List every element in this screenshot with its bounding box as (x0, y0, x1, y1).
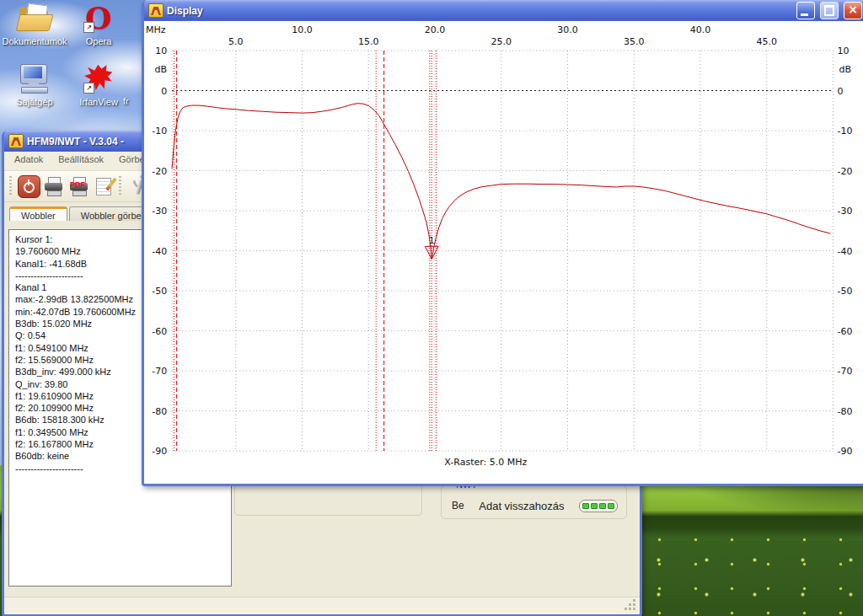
svg-text:-90: -90 (152, 446, 167, 457)
svg-text:-80: -80 (152, 406, 167, 417)
app-icon (8, 134, 24, 148)
svg-text:-80: -80 (838, 406, 853, 417)
svg-text:0: 0 (838, 86, 844, 97)
svg-text:5.0: 5.0 (228, 36, 244, 47)
be-checkbox-label[interactable]: Be (452, 500, 464, 512)
desktop-icon-sajatgep[interactable]: Sajátgép (2, 64, 67, 109)
svg-text:0: 0 (161, 86, 167, 97)
svg-text:-20: -20 (152, 166, 167, 177)
svg-text:35.0: 35.0 (624, 36, 645, 47)
shortcut-arrow-icon: ↗ (83, 83, 94, 94)
display-window: Display × 1MHz5.010.015.020.025.030.035.… (142, 0, 863, 486)
svg-text:25.0: 25.0 (491, 36, 512, 47)
print-button[interactable] (41, 174, 67, 199)
notes-edit-icon (94, 175, 115, 197)
svg-text:10.0: 10.0 (292, 24, 313, 35)
icon-label: Sajátgép (16, 97, 52, 107)
icon-label: Opera (86, 36, 112, 46)
toolbar-separator (119, 176, 121, 196)
svg-text:-30: -30 (838, 206, 853, 217)
notes-edit-button[interactable] (92, 174, 117, 199)
svg-text:-50: -50 (152, 286, 167, 297)
folder-icon (17, 3, 52, 33)
display-titlebar[interactable]: Display × (144, 0, 863, 21)
svg-text:15.0: 15.0 (358, 36, 379, 47)
svg-text:-60: -60 (838, 326, 853, 337)
svg-text:-70: -70 (152, 366, 167, 377)
svg-text:30.0: 30.0 (557, 24, 578, 35)
nwt-groupbox: NWT Be Adat visszahozás (441, 485, 627, 519)
svg-text:dB: dB (155, 64, 168, 75)
svg-text:1: 1 (429, 235, 435, 246)
desktop-icon-opera[interactable]: O ↗ Opera (66, 3, 131, 48)
led-indicator (579, 500, 618, 512)
svg-text:45.0: 45.0 (757, 36, 778, 47)
print-pdf-icon: PDF (68, 175, 90, 197)
svg-text:-10: -10 (152, 126, 167, 137)
irfanview-splat-icon: ↗ (81, 64, 116, 94)
sweep-chart: 1MHz5.010.015.020.025.030.035.040.045.01… (144, 21, 860, 481)
nwt-row: Be Adat visszahozás (442, 486, 626, 522)
svg-text:-70: -70 (838, 366, 853, 377)
pdf-label: PDF (70, 180, 85, 189)
power-icon (18, 175, 40, 198)
icon-label: Dokumentumok (2, 36, 67, 46)
print-pdf-button[interactable]: PDF (67, 174, 92, 199)
display-title: Display (167, 5, 791, 17)
svg-text:-20: -20 (838, 166, 853, 177)
menu-item-beallitasok[interactable]: Beállítások (51, 153, 110, 169)
svg-text:-40: -40 (152, 246, 167, 257)
menu-item-adatok[interactable]: Adatok (8, 153, 50, 169)
svg-text:-60: -60 (152, 326, 167, 337)
svg-text:40.0: 40.0 (690, 24, 711, 35)
svg-text:-50: -50 (838, 286, 853, 297)
desktop-icon-irfanview[interactable]: ↗ IrfanView (66, 64, 131, 109)
desktop-icon-dokumentumok[interactable]: Dokumentumok (2, 3, 67, 48)
icon-label: IrfanView (79, 97, 118, 107)
svg-text:10: 10 (155, 46, 167, 56)
svg-text:X-Raster: 5.0 MHz: X-Raster: 5.0 MHz (444, 457, 527, 468)
display-app-icon (148, 3, 163, 18)
my-computer-icon (17, 64, 52, 94)
status-bar (4, 597, 640, 614)
opera-icon: O ↗ (81, 3, 116, 33)
svg-text:-40: -40 (838, 246, 853, 257)
print-icon (43, 175, 65, 197)
minimize-button[interactable] (796, 2, 815, 19)
svg-text:-90: -90 (838, 446, 853, 457)
adat-visszahozas-button[interactable]: Adat visszahozás (471, 500, 572, 512)
svg-text:20.0: 20.0 (425, 24, 446, 35)
svg-text:-30: -30 (152, 206, 167, 217)
svg-text:dB: dB (839, 64, 852, 75)
shortcut-arrow-icon: ↗ (83, 22, 94, 33)
maximize-button[interactable] (820, 2, 839, 19)
chart-area[interactable]: 1MHz5.010.015.020.025.030.035.040.045.01… (144, 21, 860, 481)
power-button[interactable] (16, 174, 41, 199)
toolbar-grip (9, 176, 12, 196)
svg-text:10: 10 (838, 46, 850, 56)
svg-text:-10: -10 (838, 126, 853, 137)
close-button[interactable]: × (844, 2, 862, 19)
resize-grip[interactable] (633, 608, 635, 610)
svg-text:MHz: MHz (146, 24, 166, 35)
